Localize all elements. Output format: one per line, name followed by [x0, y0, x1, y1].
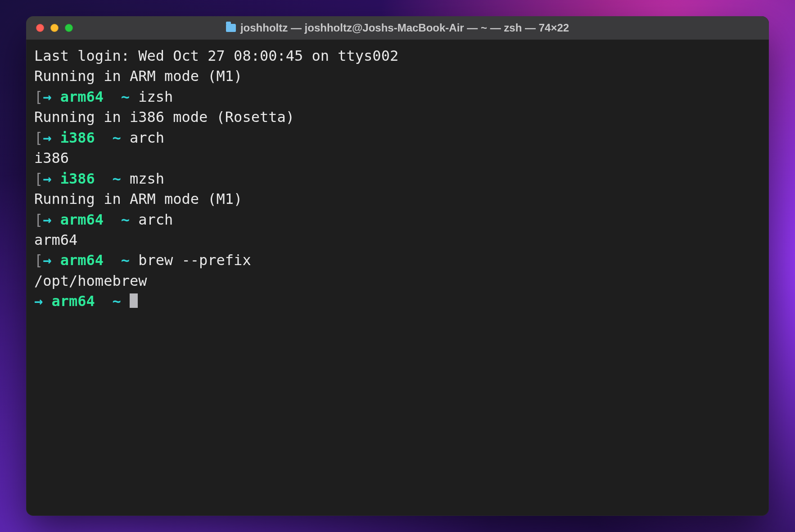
prompt-lbracket: [: [34, 252, 43, 269]
prompt-lbracket: [: [34, 88, 43, 105]
cmd-brew: brew --prefix: [138, 252, 251, 269]
prompt-arrow-icon: →: [43, 129, 51, 146]
mode-line-arm-1: Running in ARM mode (M1): [34, 68, 242, 85]
prompt-lbracket: [: [34, 170, 43, 187]
terminal-window: joshholtz — joshholtz@Joshs-MacBook-Air …: [26, 16, 769, 516]
desktop-background: joshholtz — joshholtz@Joshs-MacBook-Air …: [0, 0, 795, 532]
folder-icon: [226, 24, 236, 32]
cmd-arch-1: arch: [130, 129, 164, 146]
window-title: joshholtz — joshholtz@Joshs-MacBook-Air …: [26, 22, 769, 34]
prompt-arrow-icon: →: [43, 211, 51, 228]
login-line: Last login: Wed Oct 27 08:00:45 on ttys0…: [34, 47, 398, 64]
prompt-lbracket: [: [34, 211, 43, 228]
cmd-mzsh: mzsh: [130, 170, 164, 187]
prompt-path: ~: [121, 211, 130, 228]
prompt-arch: arm64: [60, 252, 104, 269]
prompt-path: ~: [112, 170, 121, 187]
mode-line-i386: Running in i386 mode (Rosetta): [34, 108, 294, 126]
traffic-lights: [36, 24, 73, 32]
window-title-text: joshholtz — joshholtz@Joshs-MacBook-Air …: [240, 22, 569, 34]
prompt-arrow-icon: →: [43, 88, 51, 105]
prompt-arrow-icon: →: [43, 170, 51, 187]
window-titlebar[interactable]: joshholtz — joshholtz@Joshs-MacBook-Air …: [26, 16, 769, 40]
prompt-path: ~: [121, 88, 130, 105]
prompt-lbracket: [: [34, 129, 43, 146]
cmd-izsh: izsh: [138, 88, 173, 105]
prompt-arch: i386: [60, 170, 95, 187]
prompt-arrow-icon: →: [43, 252, 51, 269]
out-i386: i386: [34, 149, 69, 167]
close-icon[interactable]: [36, 24, 44, 32]
out-brew: /opt/homebrew: [34, 272, 147, 289]
minimize-icon[interactable]: [50, 24, 59, 32]
terminal-output[interactable]: Last login: Wed Oct 27 08:00:45 on ttys0…: [26, 40, 769, 516]
prompt-path: ~: [121, 252, 130, 269]
prompt-path: ~: [112, 293, 121, 310]
prompt-arch: arm64: [60, 88, 104, 105]
zoom-icon[interactable]: [65, 24, 73, 32]
prompt-arch: i386: [60, 129, 95, 146]
mode-line-arm-2: Running in ARM mode (M1): [34, 190, 242, 207]
cmd-arch-2: arch: [138, 211, 173, 228]
prompt-arch: arm64: [52, 293, 95, 310]
cursor-block-icon[interactable]: [130, 293, 138, 308]
prompt-arrow-icon: →: [34, 293, 43, 310]
prompt-path: ~: [112, 129, 121, 146]
prompt-arch: arm64: [60, 211, 104, 228]
out-arm64: arm64: [34, 231, 77, 248]
